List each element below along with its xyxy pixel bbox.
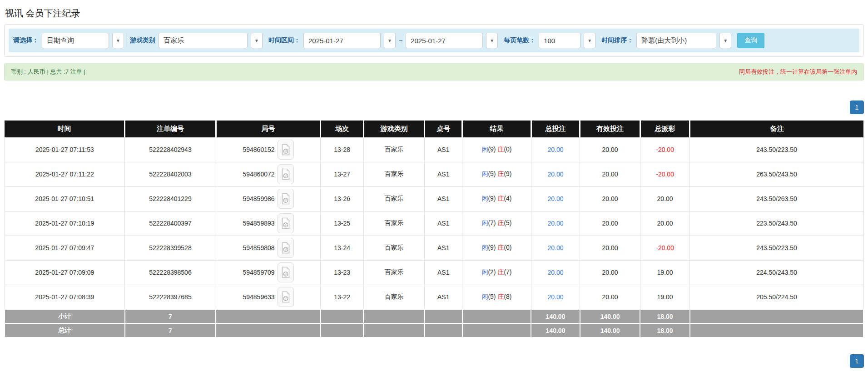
cell-game-type: 百家乐 xyxy=(363,211,424,236)
table-row: 2025-01-27 07:10:19522228400397594859893… xyxy=(5,211,863,236)
chevron-down-icon: ▼ xyxy=(116,38,120,43)
bet-table-body: 2025-01-27 07:11:53522228402943594860152… xyxy=(5,137,863,309)
date-from-input[interactable]: 2025-01-27 xyxy=(303,33,381,48)
cell-total-bet: 20.00 xyxy=(531,260,580,285)
total-bet-link[interactable]: 20.00 xyxy=(547,293,563,301)
cell-game-type: 百家乐 xyxy=(363,186,424,211)
chevron-down-icon: ▼ xyxy=(387,38,392,43)
cell-result: 闲(2) 庄(7) xyxy=(462,260,531,285)
page-size-select[interactable]: 100 xyxy=(539,33,580,48)
cell-round-number: 594860152 xyxy=(216,137,321,162)
cell-bet-number: 522228402943 xyxy=(125,137,216,162)
sort-select[interactable]: 降冪(由大到小) xyxy=(636,33,716,48)
round-number: 594859808 xyxy=(243,244,274,251)
total-bet-link[interactable]: 20.00 xyxy=(547,171,563,178)
total-bet-link[interactable]: 20.00 xyxy=(547,244,563,251)
chevron-down-icon: ▼ xyxy=(490,38,494,43)
total-bet-link[interactable]: 20.00 xyxy=(547,220,563,227)
date-to-input[interactable]: 2025-01-27 xyxy=(406,33,483,48)
banker-result-label: 庄 xyxy=(497,293,504,300)
summary-cell xyxy=(425,323,462,337)
cell-time: 2025-01-27 07:11:53 xyxy=(5,137,125,162)
table-row: 2025-01-27 07:09:09522228398506594859709… xyxy=(5,260,863,285)
sort-select-caret[interactable]: ▼ xyxy=(719,33,731,48)
cell-table-number: AS1 xyxy=(425,162,462,186)
date-to-caret[interactable]: ▼ xyxy=(486,33,498,48)
round-number: 594859633 xyxy=(243,293,274,301)
table-row: 2025-01-27 07:11:53522228402943594860152… xyxy=(5,137,863,162)
table-header-row: 时间注单编号局号场次游戏类别桌号结果总投注有效投注总派彩备注 xyxy=(5,121,863,137)
cell-table-number: AS1 xyxy=(425,236,462,260)
date-range-label: 时间区间： xyxy=(268,36,300,45)
chevron-down-icon: ▼ xyxy=(254,38,259,43)
cell-payout: -20.00 xyxy=(640,236,690,260)
cell-time: 2025-01-27 07:08:39 xyxy=(5,285,125,309)
player-result-label: 闲 xyxy=(481,170,488,177)
bet-records-table: 时间注单编号局号场次游戏类别桌号结果总投注有效投注总派彩备注 2025-01-2… xyxy=(4,121,864,338)
mode-select[interactable]: 日期查询 xyxy=(42,33,109,48)
round-number-wrap: 594859709 xyxy=(243,262,293,282)
cell-remark: 243.50/223.50 xyxy=(690,236,863,260)
bet-table-footer: 小计7140.00140.0018.00总计7140.00140.0018.00 xyxy=(5,309,863,337)
video-replay-button[interactable] xyxy=(278,287,294,307)
cell-table-number: AS1 xyxy=(425,260,462,285)
summary-cell: 7 xyxy=(125,309,216,323)
cell-time: 2025-01-27 07:10:19 xyxy=(5,211,125,236)
page-size-caret[interactable]: ▼ xyxy=(584,33,595,48)
cell-session: 13-28 xyxy=(321,137,364,162)
summary-cell xyxy=(321,323,364,337)
video-replay-button[interactable] xyxy=(278,189,294,209)
total-bet-link[interactable]: 20.00 xyxy=(547,269,563,276)
cell-session: 13-25 xyxy=(321,211,364,236)
game-select-caret[interactable]: ▼ xyxy=(251,33,263,48)
cell-bet-number: 522228400397 xyxy=(125,211,216,236)
search-button[interactable]: 查询 xyxy=(737,33,764,48)
page-size-label: 每页笔数： xyxy=(504,36,536,45)
player-result-label: 闲 xyxy=(481,219,488,226)
round-number: 594860072 xyxy=(243,171,274,178)
column-header: 结果 xyxy=(462,121,531,137)
video-replay-button[interactable] xyxy=(278,213,294,233)
cell-time: 2025-01-27 07:11:22 xyxy=(5,162,125,186)
column-header: 注单编号 xyxy=(125,121,216,137)
table-row: 2025-01-27 07:10:51522228401229594859986… xyxy=(5,186,863,211)
video-replay-button[interactable] xyxy=(278,238,294,258)
chevron-down-icon: ▼ xyxy=(587,38,592,43)
total-bet-link[interactable]: 20.00 xyxy=(547,146,563,153)
valid-bet-notice: 同局有效投注，统一计算在该局第一张注单内 xyxy=(739,68,857,76)
summary-row: 总计7140.00140.0018.00 xyxy=(5,323,863,337)
banker-result-label: 庄 xyxy=(497,244,504,251)
column-header: 时间 xyxy=(5,121,125,137)
video-replay-button[interactable] xyxy=(278,164,294,184)
cell-total-bet: 20.00 xyxy=(531,162,580,186)
chevron-down-icon: ▼ xyxy=(723,38,728,43)
date-from-caret[interactable]: ▼ xyxy=(384,33,396,48)
pagination-bottom: 1 xyxy=(4,354,864,368)
cell-session: 13-23 xyxy=(321,260,364,285)
cell-bet-number: 522228401229 xyxy=(125,186,216,211)
cell-result: 闲(9) 庄(0) xyxy=(462,236,531,260)
round-number-wrap: 594859633 xyxy=(243,287,293,307)
cell-round-number: 594859633 xyxy=(216,285,321,309)
column-header: 总派彩 xyxy=(640,121,690,137)
summary-cell xyxy=(462,309,531,323)
cell-round-number: 594860072 xyxy=(216,162,321,186)
page-1-button[interactable]: 1 xyxy=(850,101,864,114)
cell-game-type: 百家乐 xyxy=(363,260,424,285)
summary-label: 总计 xyxy=(5,323,125,337)
currency-total-text: 币别 : 人民币 | 总共 :7 注单 | xyxy=(11,68,85,76)
video-replay-button[interactable] xyxy=(278,140,294,160)
video-replay-button[interactable] xyxy=(278,262,294,282)
cell-total-bet: 20.00 xyxy=(531,285,580,309)
round-number: 594860152 xyxy=(243,146,274,153)
total-bet-link[interactable]: 20.00 xyxy=(547,195,563,202)
cell-remark: 205.50/224.50 xyxy=(690,285,863,309)
cell-payout: 20.00 xyxy=(640,211,690,236)
summary-cell xyxy=(216,309,321,323)
table-row: 2025-01-27 07:11:22522228402003594860072… xyxy=(5,162,863,186)
cell-remark: 243.50/263.50 xyxy=(690,186,863,211)
mode-select-caret[interactable]: ▼ xyxy=(112,33,124,48)
cell-result: 闲(9) 庄(4) xyxy=(462,186,531,211)
page-1-button[interactable]: 1 xyxy=(850,354,864,368)
game-select[interactable]: 百家乐 xyxy=(159,33,248,48)
